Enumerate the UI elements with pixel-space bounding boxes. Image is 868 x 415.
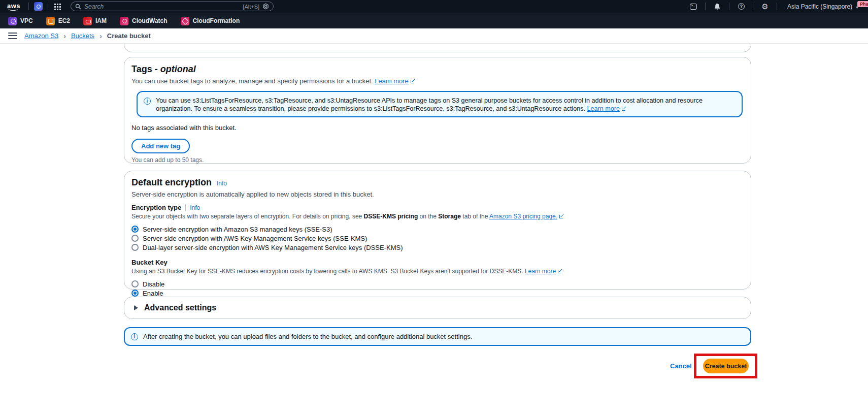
encryption-type-info-link[interactable]: Info: [190, 204, 200, 211]
question-glyph: [738, 3, 745, 10]
tags-title-optional: optional: [160, 64, 196, 74]
favorite-ec2[interactable]: EC2: [46, 17, 70, 25]
vpc-service-icon: [8, 17, 17, 25]
no-tags-message: No tags associated with this bucket.: [131, 124, 742, 132]
default-encryption-section: Default encryption Info Server-side encr…: [124, 171, 751, 290]
amazon-q-icon[interactable]: [34, 2, 43, 11]
side-menu-hamburger-icon[interactable]: [8, 33, 17, 39]
bell-glyph: [714, 3, 721, 10]
breadcrumb-separator-icon: [63, 32, 66, 40]
aws-logo-swoosh: [8, 8, 18, 11]
favorite-label: VPC: [20, 17, 33, 24]
bucket-key-description: Using an S3 Bucket Key for SSE-KMS reduc…: [131, 268, 742, 275]
s3-create-bucket-page: aws Search [Alt+S]: [0, 0, 868, 415]
tags-title: Tags - optional: [131, 64, 742, 75]
search-input[interactable]: Search [Alt+S]: [71, 2, 274, 11]
favorite-label: CloudFormation: [193, 17, 240, 24]
advanced-settings-expander[interactable]: Advanced settings: [124, 297, 751, 319]
topbar-divider: [753, 3, 753, 10]
favorite-label: IAM: [95, 17, 107, 24]
account-badge[interactable]: Phan: [857, 1, 868, 7]
radio-button-selected[interactable]: [131, 290, 139, 297]
favorite-cloudformation[interactable]: CloudFormation: [181, 17, 240, 25]
breadcrumb-bar: Amazon S3 Buckets Create bucket: [0, 28, 868, 44]
external-link-icon: [622, 106, 626, 111]
topbar-right-group: Asia Pacific (Singapore): [687, 2, 864, 11]
encryption-type-radio-group: Server-side encryption with Amazon S3 ma…: [131, 225, 742, 252]
breadcrumb-current: Create bucket: [107, 32, 151, 40]
ec2-service-icon: [46, 17, 55, 25]
breadcrumb-separator-icon: [99, 32, 102, 40]
radio-option-dsse-kms[interactable]: Dual-layer server-side encryption with A…: [131, 243, 742, 252]
info-icon: [131, 333, 138, 340]
encryption-type-label: Encryption type: [131, 204, 181, 211]
iam-service-icon: [83, 17, 92, 25]
breadcrumb: Amazon S3 Buckets Create bucket: [24, 32, 151, 40]
tags-limit-hint: You can add up to 50 tags.: [131, 156, 742, 164]
aws-logo[interactable]: aws: [4, 2, 23, 11]
topbar-divider: [48, 3, 48, 10]
tags-info-alert: You can use s3:ListTagsForResource, s3:T…: [137, 91, 743, 117]
radio-option-disable[interactable]: Disable: [131, 279, 742, 289]
console-topbar: aws Search [Alt+S]: [0, 0, 868, 13]
tags-learn-more-link[interactable]: Learn more: [375, 77, 408, 85]
topbar-divider: [777, 3, 777, 10]
region-label: Asia Pacific (Singapore): [787, 3, 852, 10]
search-placeholder: Search: [84, 3, 243, 10]
favorite-label: EC2: [58, 17, 70, 24]
favorites-bar: VPC EC2 IAM CloudWatch CloudFormation: [0, 13, 868, 28]
cloudshell-icon[interactable]: [687, 2, 700, 11]
cloudwatch-service-icon: [120, 17, 128, 25]
advanced-settings-title: Advanced settings: [144, 303, 216, 312]
encryption-info-link[interactable]: Info: [217, 180, 227, 187]
settings-gear-icon[interactable]: [758, 2, 772, 11]
external-link-icon: [558, 269, 562, 273]
post-create-info-alert: After creating the bucket, you can uploa…: [124, 327, 751, 346]
favorite-cloudwatch[interactable]: CloudWatch: [120, 17, 168, 25]
external-link-icon: [411, 79, 415, 83]
region-selector[interactable]: Asia Pacific (Singapore): [782, 3, 864, 10]
cloudformation-service-icon: [181, 17, 189, 25]
tags-section: Tags - optional You can use bucket tags …: [124, 57, 751, 164]
previous-section-card-edge: [124, 44, 751, 52]
radio-button-selected[interactable]: [131, 226, 139, 233]
create-bucket-button[interactable]: Create bucket: [703, 359, 749, 373]
amazon-q-glyph: [37, 5, 41, 9]
breadcrumb-buckets[interactable]: Buckets: [71, 32, 94, 40]
help-icon[interactable]: [735, 2, 748, 11]
bucket-key-learn-more-link[interactable]: Learn more: [525, 268, 556, 275]
encryption-title: Default encryption: [131, 177, 212, 188]
topbar-divider: [705, 3, 706, 10]
s3-pricing-page-link[interactable]: Amazon S3 pricing page.: [489, 213, 557, 220]
amazon-q-hexagon-icon: [262, 3, 269, 10]
favorite-iam[interactable]: IAM: [83, 17, 107, 25]
label-divider: [185, 204, 186, 211]
notifications-bell-icon[interactable]: [711, 2, 724, 11]
post-create-alert-text: After creating the bucket, you can uploa…: [143, 333, 472, 341]
breadcrumb-amazon-s3[interactable]: Amazon S3: [24, 32, 58, 40]
radio-button[interactable]: [131, 235, 139, 242]
encryption-pricing-note: Secure your objects with two separate la…: [131, 213, 742, 220]
expand-caret-icon: [134, 305, 138, 310]
radio-button[interactable]: [131, 244, 139, 251]
grid-dots: [54, 4, 56, 5]
bucket-key-label: Bucket Key: [131, 259, 742, 266]
topbar-divider: [28, 3, 29, 10]
radio-option-sse-kms[interactable]: Server-side encryption with AWS Key Mana…: [131, 234, 742, 243]
search-shortcut-hint: [Alt+S]: [243, 4, 259, 10]
tags-alert-text: You can use s3:ListTagsForResource, s3:T…: [156, 97, 735, 112]
favorite-label: CloudWatch: [132, 17, 168, 24]
info-icon: [144, 98, 151, 105]
search-icon: [75, 4, 81, 10]
favorite-vpc[interactable]: VPC: [8, 17, 33, 25]
radio-button[interactable]: [131, 280, 139, 288]
tags-alert-learn-more-link[interactable]: Learn more: [587, 105, 620, 112]
radio-option-sse-s3[interactable]: Server-side encryption with Amazon S3 ma…: [131, 225, 742, 234]
bucket-key-radio-group: Disable Enable: [131, 279, 742, 298]
add-new-tag-button[interactable]: Add new tag: [131, 139, 190, 153]
dsse-kms-pricing-bold: DSSE-KMS pricing: [364, 213, 418, 220]
services-grid-icon[interactable]: [53, 3, 61, 11]
storage-tab-bold: Storage: [438, 213, 461, 220]
cancel-button[interactable]: Cancel: [670, 362, 692, 370]
encryption-description: Server-side encryption is automatically …: [131, 190, 742, 198]
